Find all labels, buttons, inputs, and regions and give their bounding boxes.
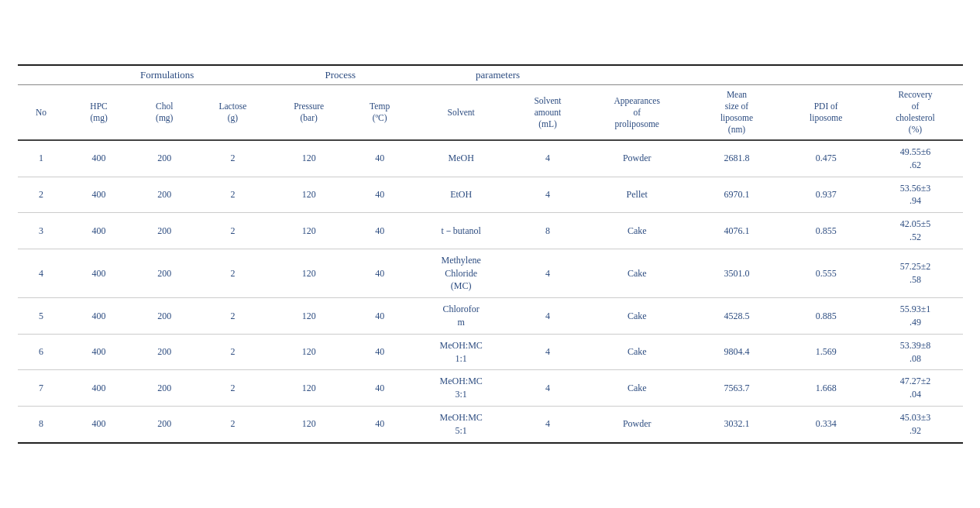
cell-mean_size: 7563.7 bbox=[689, 370, 784, 407]
cell-mean_size: 3501.0 bbox=[689, 249, 784, 297]
cell-pressure: 120 bbox=[270, 334, 349, 370]
cell-mean_size: 6970.1 bbox=[689, 177, 784, 213]
table-row: 1400200212040MeOH4Powder2681.80.47549.55… bbox=[18, 140, 963, 177]
cell-temp: 40 bbox=[348, 249, 411, 297]
cell-no: 7 bbox=[18, 370, 65, 407]
cell-mean_size: 9804.4 bbox=[689, 334, 784, 370]
cell-recovery: 57.25±2 .58 bbox=[868, 249, 962, 297]
cell-solvent_amount: 4 bbox=[511, 407, 585, 443]
table-row: 7400200212040MeOH:MC 3:14Cake7563.71.668… bbox=[18, 370, 963, 407]
cell-lactose: 2 bbox=[196, 177, 270, 213]
cell-chol: 200 bbox=[133, 407, 196, 443]
cell-no: 6 bbox=[18, 334, 65, 370]
cell-pdi: 0.555 bbox=[784, 249, 868, 297]
cell-mean_size: 2681.8 bbox=[689, 140, 784, 177]
cell-solvent_amount: 4 bbox=[511, 298, 585, 335]
cell-pdi: 0.334 bbox=[784, 407, 868, 443]
cell-appearances: Powder bbox=[584, 140, 689, 177]
cell-temp: 40 bbox=[348, 407, 411, 443]
col-recovery: Recoveryofcholesterol(%) bbox=[868, 85, 962, 140]
col-temp: Temp(ºC) bbox=[348, 85, 411, 140]
cell-solvent_amount: 8 bbox=[511, 213, 585, 249]
cell-chol: 200 bbox=[133, 249, 196, 297]
cell-no: 5 bbox=[18, 298, 65, 335]
cell-solvent: MeOH:MC 1:1 bbox=[411, 334, 511, 370]
cell-recovery: 45.03±3 .92 bbox=[868, 407, 962, 443]
cell-recovery: 53.39±8 .08 bbox=[868, 334, 962, 370]
cell-lactose: 2 bbox=[196, 249, 270, 297]
cell-hpc: 400 bbox=[65, 407, 133, 443]
cell-hpc: 400 bbox=[65, 177, 133, 213]
cell-pdi: 0.855 bbox=[784, 213, 868, 249]
cell-solvent: Methylene Chloride (MC) bbox=[411, 249, 511, 297]
cell-pressure: 120 bbox=[270, 298, 349, 335]
cell-lactose: 2 bbox=[196, 298, 270, 335]
cell-pdi: 1.668 bbox=[784, 370, 868, 407]
formulations-header: Formulations bbox=[65, 66, 270, 85]
no-spacer bbox=[18, 66, 65, 85]
cell-temp: 40 bbox=[348, 177, 411, 213]
cell-appearances: Cake bbox=[584, 249, 689, 297]
cell-pressure: 120 bbox=[270, 213, 349, 249]
cell-chol: 200 bbox=[133, 334, 196, 370]
col-chol: Chol(mg) bbox=[133, 85, 196, 140]
col-pressure: Pressure(bar) bbox=[270, 85, 349, 140]
cell-lactose: 2 bbox=[196, 407, 270, 443]
appearances-spacer bbox=[584, 66, 689, 85]
table-row: 2400200212040EtOH4Pellet6970.10.93753.56… bbox=[18, 177, 963, 213]
cell-chol: 200 bbox=[133, 370, 196, 407]
cell-pdi: 0.475 bbox=[784, 140, 868, 177]
cell-lactose: 2 bbox=[196, 334, 270, 370]
cell-hpc: 400 bbox=[65, 140, 133, 177]
col-solvent-amount: Solventamount(mL) bbox=[511, 85, 585, 140]
cell-temp: 40 bbox=[348, 213, 411, 249]
cell-recovery: 53.56±3 .94 bbox=[868, 177, 962, 213]
col-pdi: PDI ofliposome bbox=[784, 85, 868, 140]
cell-pressure: 120 bbox=[270, 407, 349, 443]
cell-solvent: t－butanol bbox=[411, 213, 511, 249]
cell-temp: 40 bbox=[348, 298, 411, 335]
col-appearances: Appearancesofproliposome bbox=[584, 85, 689, 140]
cell-solvent: MeOH bbox=[411, 140, 511, 177]
cell-hpc: 400 bbox=[65, 370, 133, 407]
cell-solvent: Chlorofor m bbox=[411, 298, 511, 335]
cell-hpc: 400 bbox=[65, 213, 133, 249]
cell-recovery: 55.93±1 .49 bbox=[868, 298, 962, 335]
cell-no: 4 bbox=[18, 249, 65, 297]
col-solvent: Solvent bbox=[411, 85, 511, 140]
cell-solvent_amount: 4 bbox=[511, 177, 585, 213]
col-lactose: Lactose(g) bbox=[196, 85, 270, 140]
cell-lactose: 2 bbox=[196, 370, 270, 407]
cell-hpc: 400 bbox=[65, 298, 133, 335]
process-header: Process bbox=[270, 66, 411, 85]
cell-appearances: Pellet bbox=[584, 177, 689, 213]
cell-hpc: 400 bbox=[65, 249, 133, 297]
cell-mean_size: 4076.1 bbox=[689, 213, 784, 249]
cell-chol: 200 bbox=[133, 177, 196, 213]
col-hpc: HPC(mg) bbox=[65, 85, 133, 140]
cell-solvent_amount: 4 bbox=[511, 370, 585, 407]
cell-solvent: MeOH:MC 3:1 bbox=[411, 370, 511, 407]
cell-chol: 200 bbox=[133, 140, 196, 177]
column-header-row: No HPC(mg) Chol(mg) Lactose(g) Pressure(… bbox=[18, 85, 963, 140]
cell-no: 1 bbox=[18, 140, 65, 177]
cell-hpc: 400 bbox=[65, 334, 133, 370]
cell-chol: 200 bbox=[133, 298, 196, 335]
table-row: 3400200212040t－butanol8Cake4076.10.85542… bbox=[18, 213, 963, 249]
cell-lactose: 2 bbox=[196, 213, 270, 249]
table-row: 5400200212040Chlorofor m4Cake4528.50.885… bbox=[18, 298, 963, 335]
results-header bbox=[689, 66, 963, 85]
cell-temp: 40 bbox=[348, 370, 411, 407]
cell-pressure: 120 bbox=[270, 370, 349, 407]
cell-lactose: 2 bbox=[196, 140, 270, 177]
cell-pressure: 120 bbox=[270, 140, 349, 177]
col-mean-size: Meansize ofliposome(nm) bbox=[689, 85, 784, 140]
cell-recovery: 49.55±6 .62 bbox=[868, 140, 962, 177]
table-container: Formulations Process parameters No HPC(m… bbox=[18, 64, 963, 443]
table-body: 1400200212040MeOH4Powder2681.80.47549.55… bbox=[18, 140, 963, 443]
col-no: No bbox=[18, 85, 65, 140]
data-table: Formulations Process parameters No HPC(m… bbox=[18, 64, 963, 443]
cell-recovery: 42.05±5 .52 bbox=[868, 213, 962, 249]
parameters-header: parameters bbox=[411, 66, 585, 85]
cell-mean_size: 3032.1 bbox=[689, 407, 784, 443]
